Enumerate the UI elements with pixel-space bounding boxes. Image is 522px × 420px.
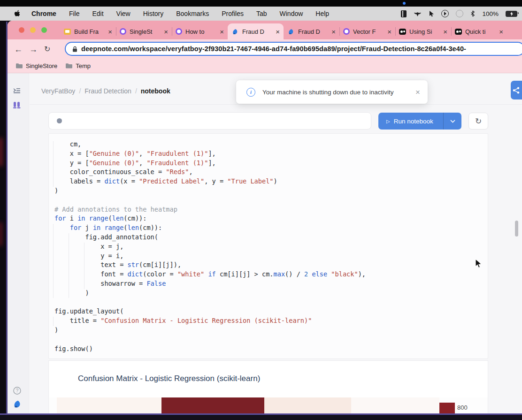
bat-icon[interactable]: [414, 11, 422, 17]
menu-view[interactable]: View: [116, 10, 130, 17]
collapsed-block[interactable]: [48, 112, 371, 130]
bookmark-singlestore[interactable]: SingleStore: [15, 62, 57, 69]
browser-tab-4[interactable]: Fraud D×: [284, 23, 339, 39]
tab-label: Quick ti: [465, 28, 491, 35]
tab-label: Fraud D: [298, 28, 323, 35]
browser-tab-7[interactable]: Quick ti×: [451, 23, 507, 39]
code-editor[interactable]: cm, x = ["Genuine (0)", "Fraudulent (1)"…: [48, 133, 488, 359]
code-content: cm, x = ["Genuine (0)", "Fraudulent (1)"…: [54, 140, 366, 353]
breadcrumb-workspace[interactable]: VeryFatBoy: [41, 87, 75, 95]
screen-mirroring-icon[interactable]: [456, 10, 463, 17]
code-line: [54, 298, 366, 307]
integrations-icon[interactable]: [13, 101, 21, 109]
heatmap-cell: [351, 397, 439, 413]
run-notebook-button[interactable]: ▷ Run notebook: [378, 113, 461, 130]
tab-close-icon[interactable]: ×: [499, 28, 503, 35]
macos-menubar: ChromeFileEditViewHistoryBookmarksProfil…: [0, 7, 522, 21]
zoom-window-button[interactable]: [41, 27, 47, 33]
code-line: fig.add_annotation(: [54, 233, 366, 242]
tab-close-icon[interactable]: ×: [164, 28, 168, 35]
browser-tab-5[interactable]: Vector F×: [339, 23, 395, 39]
menu-bookmarks[interactable]: Bookmarks: [176, 10, 209, 17]
lock-icon[interactable]: [72, 46, 77, 52]
browser-tab-6[interactable]: Using Si×: [395, 23, 451, 39]
deepnote-icon: [287, 28, 295, 35]
pointer-icon[interactable]: [429, 10, 434, 17]
info-icon: i: [246, 88, 255, 97]
block-status-dot: [57, 118, 62, 123]
outline-toggle-icon[interactable]: [13, 87, 21, 94]
menu-window[interactable]: Window: [280, 10, 303, 17]
tab-label: Fraud D: [242, 28, 268, 35]
video-black-icon: [455, 29, 462, 35]
code-line: x = j,: [54, 242, 366, 252]
header-divider: [30, 104, 522, 105]
window-controls: [19, 27, 47, 33]
tab-close-icon[interactable]: ×: [276, 28, 280, 35]
video-player-strip: [0, 0, 522, 7]
close-window-button[interactable]: [19, 27, 24, 33]
menu-profiles[interactable]: Profiles: [222, 10, 244, 17]
breadcrumb-page: notebook: [141, 87, 170, 95]
bookmark-label: Temp: [76, 62, 91, 69]
tabs: Build Fra×SingleSt×How to×Fraud D×Fraud …: [60, 21, 507, 39]
browser-tab-3[interactable]: Fraud D×: [228, 23, 284, 39]
menu-history[interactable]: History: [143, 10, 164, 17]
menu-chrome[interactable]: Chrome: [31, 10, 56, 17]
menu-edit[interactable]: Edit: [92, 10, 103, 17]
play-circle-icon[interactable]: [441, 10, 449, 17]
share-button[interactable]: [511, 81, 522, 99]
deepnote-logo-icon[interactable]: [13, 399, 23, 409]
battery-percentage: 100%: [482, 10, 499, 17]
forward-icon[interactable]: →: [29, 45, 38, 53]
menubar-items: ChromeFileEditViewHistoryBookmarksProfil…: [31, 10, 329, 17]
screen: ChromeFileEditViewHistoryBookmarksProfil…: [0, 0, 522, 420]
code-line: # Add annotations to the heatmap: [54, 205, 366, 214]
breadcrumb-project[interactable]: Fraud Detection: [84, 87, 131, 95]
code-line: fig.show(): [54, 344, 366, 354]
battery-icon[interactable]: [506, 11, 517, 17]
inactivity-toast: i Your machine is shutting down due to i…: [236, 80, 428, 104]
code-line: for i in range(len(cm)):: [54, 214, 366, 223]
browser-tab-1[interactable]: SingleSt×: [116, 23, 172, 39]
video-black-icon: [399, 29, 406, 35]
menu-file[interactable]: File: [69, 10, 80, 17]
tab-close-icon[interactable]: ×: [220, 28, 224, 35]
menu-help[interactable]: Help: [315, 10, 329, 17]
code-line: ): [54, 289, 366, 298]
tab-close-icon[interactable]: ×: [387, 28, 392, 35]
video-progress-dot: [403, 2, 406, 5]
tab-close-icon[interactable]: ×: [108, 28, 112, 35]
folder-icon: [15, 63, 23, 69]
reload-icon[interactable]: ↻: [44, 46, 50, 53]
tab-label: Using Si: [409, 28, 435, 35]
toast-close-icon[interactable]: ×: [415, 88, 420, 96]
scrollbar-thumb[interactable]: [515, 221, 518, 237]
tab-close-icon[interactable]: ×: [443, 28, 447, 35]
run-notebook-main[interactable]: ▷ Run notebook: [378, 113, 443, 130]
restart-machine-button[interactable]: ↻: [468, 113, 488, 130]
bookmark-temp[interactable]: Temp: [65, 62, 91, 69]
browser-tab-0[interactable]: Build Fra×: [60, 23, 116, 39]
tab-close-icon[interactable]: ×: [331, 28, 336, 35]
play-icon: ▷: [386, 119, 390, 124]
desktop-bottom-edge: [0, 413, 522, 420]
yellow-app-icon: [64, 29, 71, 35]
back-icon[interactable]: ←: [14, 45, 23, 53]
apple-menu-icon[interactable]: [14, 10, 20, 17]
minimize-window-button[interactable]: [30, 27, 36, 33]
svg-text:?: ?: [16, 388, 19, 393]
help-icon[interactable]: ?: [13, 387, 21, 395]
app-sidebar: ?: [8, 73, 29, 413]
bluetooth-icon[interactable]: [470, 10, 475, 17]
run-options-caret[interactable]: [443, 113, 461, 130]
colorbar-tick-label: 800: [457, 404, 468, 411]
browser-tab-2[interactable]: How to×: [172, 23, 228, 39]
url-bar[interactable]: deepnote.com/workspace/veryfatboy-2f930b…: [65, 42, 522, 56]
book-icon[interactable]: [401, 10, 407, 17]
menu-tab[interactable]: Tab: [256, 10, 267, 17]
tab-label: Build Fra: [74, 28, 100, 35]
heatmap-cell-dark: [161, 397, 264, 413]
chrome-window: Build Fra×SingleSt×How to×Fraud D×Fraud …: [8, 21, 522, 413]
folder-icon: [65, 63, 73, 69]
